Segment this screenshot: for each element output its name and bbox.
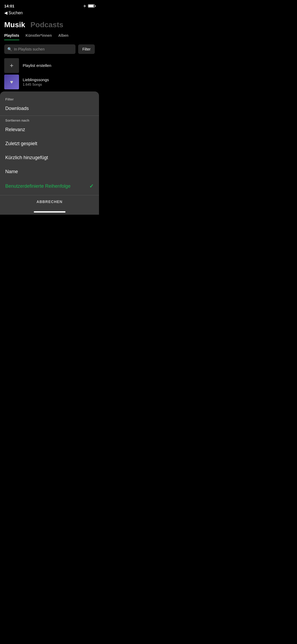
sort-zuletzt[interactable]: Zuletzt gespielt (0, 137, 99, 151)
checkmark-icon: ✓ (89, 183, 94, 189)
heart-icon: ♥ (10, 79, 13, 85)
tab-podcasts[interactable]: Podcasts (30, 21, 63, 29)
status-icons: ✈ (83, 4, 95, 8)
liked-songs-thumb: ♥ (4, 75, 19, 89)
sort-kuerzlich[interactable]: Kürzlich hinzugefügt (0, 151, 99, 165)
sub-tabs: Playlists Künstler*innen Alben (4, 33, 95, 40)
search-input-wrapper[interactable]: 🔍 In Playlists suchen (4, 44, 76, 54)
sort-section-label: Sortieren nach (0, 118, 35, 126)
sort-benutzerdefiniert[interactable]: Benutzerdefinierte Reihenfolge ✓ (0, 179, 99, 194)
cancel-button[interactable]: ABBRECHEN (0, 195, 99, 208)
back-label: Suchen (8, 11, 23, 15)
status-time: 14:01 (4, 4, 14, 8)
subtab-kuenstler[interactable]: Künstler*innen (26, 33, 52, 40)
tab-musik[interactable]: Musik (4, 21, 25, 29)
battery-icon (88, 4, 95, 8)
filter-section-label: Filter (0, 97, 19, 104)
airplane-icon: ✈ (83, 4, 86, 8)
filter-button[interactable]: Filter (78, 44, 95, 54)
create-playlist-text: Playlist erstellen (23, 63, 51, 68)
search-icon: 🔍 (7, 47, 12, 51)
subtab-playlists[interactable]: Playlists (4, 33, 19, 40)
sort-name[interactable]: Name (0, 165, 99, 179)
create-playlist-title: Playlist erstellen (23, 63, 51, 68)
home-indicator (34, 211, 65, 213)
back-button[interactable]: ◀ Suchen (0, 9, 99, 17)
back-arrow-icon: ◀ (4, 10, 7, 15)
main-content: Musik Podcasts Playlists Künstler*innen … (0, 17, 99, 89)
bottom-sheet: Filter Downloads Sortieren nach Relevanz… (0, 91, 99, 215)
search-row: 🔍 In Playlists suchen Filter (4, 44, 95, 54)
search-placeholder: In Playlists suchen (14, 47, 45, 51)
liked-songs-text: Lieblingssongs 1.645 Songs (23, 77, 49, 86)
plus-icon: + (10, 62, 13, 69)
subtab-alben[interactable]: Alben (58, 33, 68, 40)
liked-songs-title: Lieblingssongs (23, 77, 49, 82)
status-bar: 14:01 ✈ (0, 0, 99, 9)
create-playlist-thumb: + (4, 58, 19, 73)
sort-benutzerdefiniert-label: Benutzerdefinierte Reihenfolge (5, 183, 70, 189)
top-tabs: Musik Podcasts (4, 17, 95, 33)
create-playlist-item[interactable]: + Playlist erstellen (4, 58, 95, 73)
liked-songs-item[interactable]: ♥ Lieblingssongs 1.645 Songs (4, 75, 95, 89)
sheet-divider-1 (0, 116, 99, 116)
liked-songs-subtitle: 1.645 Songs (23, 82, 49, 86)
